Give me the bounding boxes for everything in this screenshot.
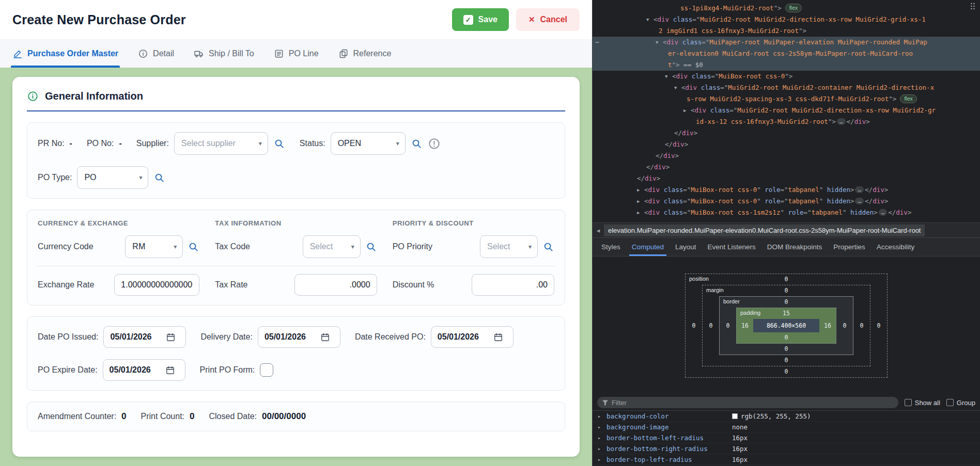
dom-tree-line[interactable]: ▼<div class="MuiGrid2-root MuiGrid2-cont… (593, 82, 980, 93)
computed-property-row[interactable]: ▸border-bottom-left-radius16px (593, 432, 980, 443)
devtools-tab-styles[interactable]: Styles (596, 238, 626, 256)
tab-po-line[interactable]: PO Line (274, 39, 319, 68)
calendar-icon[interactable] (166, 332, 176, 342)
currency-code-select[interactable]: RM ▾ (125, 235, 183, 258)
devtools-tab-layout[interactable]: Layout (670, 238, 702, 256)
dom-tree-line[interactable]: id-xs-12 css-16fnxy3-MuiGrid2-root">…</d… (593, 116, 980, 127)
devtools-tab-computed[interactable]: Computed (626, 238, 670, 256)
supplier-search-button[interactable] (273, 138, 285, 150)
currency-code-label: Currency Code (38, 242, 94, 251)
cancel-button[interactable]: ✕ Cancel (516, 8, 580, 31)
dom-tree-line[interactable]: </div> (593, 150, 980, 162)
disclosure-arrow-icon[interactable]: ▸ (598, 424, 601, 430)
dom-tree-line[interactable]: s-row MuiGrid2-spacing-xs-3 css-dkd71f-M… (593, 93, 980, 105)
expand-ellipsis-button[interactable]: … (879, 209, 888, 216)
delivery-date-value[interactable] (265, 332, 316, 342)
disclosure-arrow-icon[interactable]: ▸ (598, 457, 601, 462)
dom-tree-line[interactable]: er-elevation0 MuiCard-root css-2s58ym-Mu… (593, 48, 980, 59)
tab-detail[interactable]: Detail (138, 39, 174, 68)
po-type-search-button[interactable] (153, 172, 165, 184)
status-select[interactable]: OPEN ▾ (331, 132, 406, 155)
dom-tree-line[interactable]: ▶<div class="MuiBox-root css-0" role="ta… (593, 196, 980, 207)
calendar-icon[interactable] (493, 332, 503, 342)
dom-tree-line[interactable]: ▶<div class="MuiBox-root css-1sm2s1z" ro… (593, 207, 980, 218)
expand-arrow-icon[interactable]: ▶ (637, 196, 644, 207)
dom-tree-line[interactable]: </div> (593, 139, 980, 150)
discount-input[interactable] (472, 274, 554, 296)
devtools-tab-properties[interactable]: Properties (828, 238, 871, 256)
dom-tree-line[interactable]: t"> == $0 (593, 59, 980, 71)
dom-tree-line[interactable]: ▶<div class="MuiBox-root css-0" role="ta… (593, 184, 980, 196)
disclosure-arrow-icon[interactable]: ▸ (598, 413, 601, 419)
devtools-tab-accessibility[interactable]: Accessibility (871, 238, 921, 256)
expand-arrow-icon[interactable]: ▼ (646, 14, 654, 25)
dom-tree-line[interactable]: ▶<div class="MuiGrid2-root MuiGrid2-dire… (593, 105, 980, 116)
po-priority-select[interactable]: Select ▾ (480, 235, 538, 258)
print-po-form-checkbox[interactable] (260, 363, 273, 377)
computed-property-row[interactable]: ▸background-imagenone (593, 422, 980, 432)
expand-arrow-icon[interactable]: ▶ (637, 184, 644, 196)
breadcrumb-scroll-left-button[interactable]: ◂ (593, 227, 604, 234)
breadcrumb-selected-item[interactable]: elevation.MuiPaper-rounded.MuiPaper-elev… (604, 224, 925, 236)
dom-tree-line[interactable]: ▼<div class="MuiGrid2-root MuiGrid2-dire… (593, 14, 980, 25)
list-icon (274, 49, 284, 59)
expand-arrow-icon[interactable]: ▼ (665, 71, 672, 82)
calendar-icon[interactable] (165, 365, 175, 375)
expand-arrow-icon[interactable]: ▼ (656, 37, 663, 48)
date-po-issued-value[interactable] (110, 332, 162, 342)
tab-purchase-order-master[interactable]: Purchase Order Master (12, 39, 118, 68)
computed-property-row[interactable]: ▸border-top-left-radius16px (593, 454, 980, 465)
dom-tree-line[interactable]: ⋯▼<div class="MuiPaper-root MuiPaper-ele… (593, 37, 980, 48)
tax-rate-label: Tax Rate (215, 280, 247, 290)
disclosure-arrow-icon[interactable]: ▸ (598, 446, 601, 452)
delivery-date-input[interactable] (258, 326, 340, 348)
property-name: background-color (606, 412, 668, 420)
flex-badge[interactable]: flex (900, 94, 916, 103)
dom-tree-line[interactable]: 2 imgGird1 css-16fnxy3-MuiGrid2-root"> (593, 25, 980, 37)
flex-badge[interactable]: flex (785, 4, 802, 12)
exchange-rate-input[interactable] (114, 274, 199, 296)
dom-tree-line[interactable]: </div> (593, 127, 980, 139)
breadcrumb: ◂ elevation.MuiPaper-rounded.MuiPaper-el… (593, 222, 980, 238)
po-no-label: PO No: (87, 139, 114, 148)
computed-property-row[interactable]: ▸background-colorrgb(255, 255, 255) (593, 411, 980, 422)
expand-arrow-icon[interactable]: ▶ (637, 207, 644, 218)
po-expire-input[interactable] (103, 359, 185, 381)
devtools-tab-dom-breakpoints[interactable]: DOM Breakpoints (761, 238, 828, 256)
group-checkbox[interactable]: Group (946, 399, 975, 407)
dom-tree-line[interactable]: </div> (593, 162, 980, 173)
priority-search-button[interactable] (542, 241, 554, 253)
print-po-form-label: Print PO Form: (200, 365, 255, 375)
box-model-padding-ring: padding 15 16 866.400×560 16 0 (736, 308, 836, 344)
dom-tree-line[interactable]: ▼<div class="MuiBox-root css-0"> (593, 71, 980, 82)
po-expire-value[interactable] (110, 365, 161, 375)
date-received-value[interactable] (438, 332, 489, 342)
tab-reference[interactable]: Reference (338, 39, 392, 68)
date-received-input[interactable] (431, 326, 514, 348)
filter-input[interactable]: Filter (597, 397, 898, 408)
dom-tree-line[interactable]: ss-1pi8xg4-MuiGrid2-root">flex (593, 3, 980, 14)
expand-arrow-icon[interactable]: ▶ (683, 105, 691, 116)
tax-code-select[interactable]: Select ▾ (303, 235, 361, 258)
color-swatch (732, 413, 738, 419)
show-all-checkbox[interactable]: Show all (905, 399, 940, 407)
tax-search-button[interactable] (365, 241, 377, 253)
po-type-label: PO Type: (38, 173, 72, 182)
calendar-icon[interactable] (320, 332, 330, 342)
save-button[interactable]: ✓ Save (452, 8, 509, 31)
tax-rate-input[interactable] (294, 274, 377, 296)
dom-tree-line[interactable]: </div> (593, 173, 980, 184)
tab-ship-bill-to[interactable]: Ship / Bill To (194, 39, 254, 68)
computed-property-row[interactable]: ▸border-bottom-right-radius16px (593, 443, 980, 454)
po-type-select[interactable]: PO ▾ (77, 166, 148, 189)
devtools-tab-event-listeners[interactable]: Event Listeners (702, 238, 761, 256)
supplier-select[interactable]: Select supplier ▾ (174, 132, 268, 155)
date-po-issued-input[interactable] (103, 326, 186, 348)
expand-arrow-icon[interactable]: ▼ (674, 82, 681, 93)
expand-ellipsis-button[interactable]: … (855, 186, 864, 193)
disclosure-arrow-icon[interactable]: ▸ (598, 435, 601, 441)
currency-search-button[interactable] (188, 241, 199, 253)
expand-ellipsis-button[interactable]: … (837, 118, 846, 125)
status-search-button[interactable] (411, 138, 423, 150)
expand-ellipsis-button[interactable]: … (855, 198, 864, 204)
